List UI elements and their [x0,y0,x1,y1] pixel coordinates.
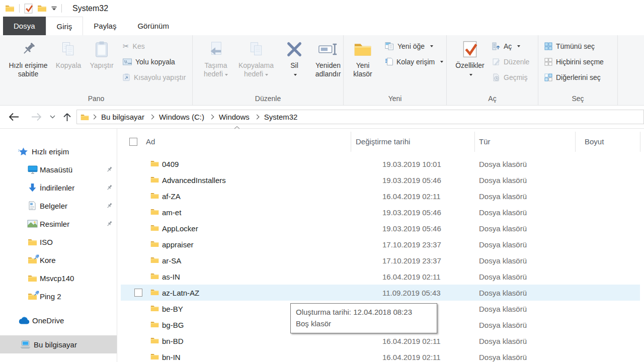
file-row[interactable]: AppLocker 19.03.2019 05:46 Dosya klasörü [121,220,640,236]
sidebar-item-kore[interactable]: Kore [0,251,117,269]
file-name: bn-BD [162,337,184,345]
paste-shortcut-button[interactable]: Kısayolu yapıştır [123,72,186,82]
history-label: Geçmiş [504,73,527,81]
open-button[interactable]: Aç [492,41,529,51]
file-row[interactable]: bn-IN 16.04.2019 02:11 Dosya klasörü [121,349,640,362]
properties-button[interactable]: Özellikler [451,35,489,78]
sidebar-item-quick-access[interactable]: Hızlı erişim [0,142,117,160]
select-none-button[interactable]: Hiçbirini seçme [544,56,604,67]
breadcrumb-chevron-icon [254,115,259,120]
window-title: System32 [72,4,108,13]
breadcrumb-windows[interactable]: Windows [214,113,254,121]
file-type: Dosya klasörü [479,160,527,168]
file-row[interactable]: as-IN 16.04.2019 02:11 Dosya klasörü [121,268,640,285]
file-type: Dosya klasörü [479,256,527,265]
folder-icon [150,273,159,280]
copy-to-label: Kopyalama hedefi [238,61,274,78]
new-item-label: Yeni öğe [397,42,425,50]
sidebar-item-documents[interactable]: Belgeler [0,197,117,215]
invert-selection-button[interactable]: Diğerlerini seç [544,72,604,82]
file-row[interactable]: ar-SA 17.10.2019 23:37 Dosya klasörü [121,252,640,268]
sort-ascending-icon [234,126,240,129]
sidebar-item-downloads[interactable]: İndirilenler [0,178,117,197]
tab-view[interactable]: Görünüm [127,17,180,35]
sidebar-item-ping-2[interactable]: Ping 2 [0,287,117,305]
forward-button[interactable] [31,113,42,121]
select-all-checkbox[interactable] [129,138,137,146]
column-separator[interactable] [575,132,576,152]
sidebar-item-iso[interactable]: ISO [0,233,117,251]
breadcrumb-system32[interactable]: System32 [260,113,302,121]
sidebar-label: Belgeler [40,202,67,210]
up-button[interactable] [63,113,71,122]
paste-button[interactable]: Yapıştır [85,35,119,70]
dropdown-caret [469,74,472,77]
move-to-button[interactable]: Taşıma hedefi [198,35,234,78]
paste-icon [94,39,109,60]
new-folder-quick-icon[interactable] [37,5,47,12]
copy-path-button-label: Yolu kopyala [135,58,175,66]
recent-locations-dropdown[interactable] [50,115,55,119]
column-header-size[interactable]: Boyut [585,133,604,151]
column-separator[interactable] [351,132,351,152]
edit-button[interactable]: Düzenle [492,56,529,67]
new-folder-button[interactable]: Yeni klasör [348,35,378,78]
back-button[interactable] [9,113,19,121]
select-all-button[interactable]: Tümünü seç [544,41,604,51]
file-row[interactable]: am-et 19.03.2019 05:46 Dosya klasörü [121,204,640,220]
row-checkbox[interactable] [134,289,142,297]
file-row-hovered[interactable]: az-Latn-AZ 11.09.2019 05:43 Dosya klasör… [121,285,640,301]
folder-icon [150,192,159,199]
paste-shortcut-button-label: Kısayolu yapıştır [134,73,186,81]
file-row[interactable]: appraiser 17.10.2019 23:37 Dosya klasörü [121,236,640,252]
file-row[interactable]: AdvancedInstallers 19.03.2019 05:46 Dosy… [121,172,640,188]
breadcrumb-chevron-icon [209,115,214,120]
address-bar[interactable]: Bu bilgisayar Windows (C:) Windows Syste… [76,110,644,124]
delete-button[interactable]: Sil [280,35,308,78]
file-row[interactable]: 0409 19.03.2019 10:01 Dosya klasörü [121,156,640,172]
new-item-button[interactable]: Yeni öğe [385,41,443,51]
file-row[interactable]: bn-BD 16.04.2019 02:11 Dosya klasörü [121,333,640,349]
breadcrumb-windows-c[interactable]: Windows (C:) [154,113,209,121]
copy-path-button[interactable]: Yolu kopyala [123,56,186,67]
sidebar-item-msvcp140[interactable]: Msvcp140 [0,269,117,287]
file-name: AppLocker [162,224,198,233]
new-folder-icon [354,39,372,60]
easy-access-label: Kolay erişim [396,58,435,66]
ribbon-group-select: Tümünü seç Hiçbirini seçme Diğerlerini s… [538,35,618,105]
pin-to-quick-access-button[interactable]: Hızlı erişime sabitle [4,35,52,78]
file-date: 19.03.2019 10:01 [382,160,441,168]
column-separator[interactable] [474,132,475,152]
dropdown-caret [265,74,268,77]
column-header-date[interactable]: Değiştirme tarihi [356,133,410,151]
properties-quick-icon[interactable] [24,4,33,14]
sidebar-item-pictures[interactable]: Resimler [0,215,117,233]
file-type: Dosya klasörü [479,192,527,201]
file-type: Dosya klasörü [479,208,527,217]
column-header-name[interactable]: Ad [146,133,155,151]
tab-home[interactable]: Giriş [46,17,84,35]
file-name: az-Latn-AZ [162,289,199,297]
breadcrumb-this-pc[interactable]: Bu bilgisayar [97,113,149,121]
column-header-type[interactable]: Tür [479,133,491,151]
history-button[interactable]: Geçmiş [492,72,529,82]
cut-button[interactable]: ✂ Kes [123,41,186,51]
dropdown-caret [440,61,443,64]
copy-button[interactable]: Kopyala [52,35,85,70]
file-type: Dosya klasörü [479,289,527,297]
rename-button[interactable]: Yeniden adlandır [308,35,348,78]
copy-to-button[interactable]: Kopyalama hedefi [234,35,278,78]
sidebar-item-desktop[interactable]: Masaüstü [0,160,117,178]
sidebar-item-this-pc[interactable]: Bu bilgisayar [0,335,117,353]
copy-button-label: Kopyala [56,61,82,69]
sidebar-item-onedrive[interactable]: OneDrive [0,311,117,329]
qat-dropdown-icon[interactable] [51,6,57,11]
easy-access-button[interactable]: Kolay erişim [385,56,443,67]
column-separator[interactable] [640,132,640,152]
folder-icon [150,256,159,263]
file-row[interactable]: af-ZA 16.04.2019 02:11 Dosya klasörü [121,188,640,204]
tab-share[interactable]: Paylaş [83,17,127,35]
pin-icon [20,39,37,60]
delete-icon [286,39,303,60]
tab-file[interactable]: Dosya [3,17,46,35]
